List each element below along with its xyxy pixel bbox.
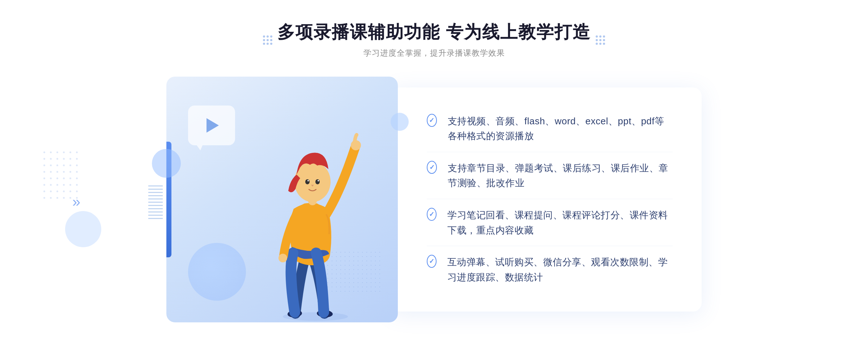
deco-circle-large xyxy=(188,243,246,301)
features-card: 支持视频、音频、flash、word、excel、ppt、pdf等各种格式的资源… xyxy=(391,87,702,312)
header-section: 多项录播课辅助功能 专为线上教学打造 学习进度全掌握，提升录播课教学效果 xyxy=(277,22,590,59)
svg-point-8 xyxy=(315,179,320,184)
check-icon-4 xyxy=(427,255,437,268)
check-icon-3 xyxy=(427,208,437,221)
play-icon xyxy=(207,118,219,133)
check-icon-2 xyxy=(427,161,437,174)
float-circle-decoration xyxy=(65,211,101,247)
left-chevrons-decoration: » xyxy=(72,194,80,210)
svg-point-9 xyxy=(307,180,309,181)
check-icon-1 xyxy=(427,114,437,127)
sub-title: 学习进度全掌握，提升录播课教学效果 xyxy=(277,48,590,59)
header-dots-right xyxy=(596,35,605,45)
main-content: 支持视频、音频、flash、word、excel、ppt、pdf等各种格式的资源… xyxy=(145,77,723,322)
feature-text-4: 互动弹幕、试听购买、微信分享、观看次数限制、学习进度跟踪、数据统计 xyxy=(447,255,673,285)
svg-point-4 xyxy=(278,254,287,262)
page-wrapper: » 多项录播课辅助功能 专为线上教学打造 学习进度全掌握，提升录播课教学效果 xyxy=(0,0,868,352)
illustration-card xyxy=(166,77,398,322)
feature-text-3: 学习笔记回看、课程提问、课程评论打分、课件资料下载，重点内容收藏 xyxy=(447,208,673,238)
feature-item-2: 支持章节目录、弹题考试、课后练习、课后作业、章节测验、批改作业 xyxy=(427,153,673,199)
feature-item-3: 学习笔记回看、课程提问、课程评论打分、课件资料下载，重点内容收藏 xyxy=(427,200,673,246)
striped-decoration xyxy=(148,185,163,221)
feature-item-1: 支持视频、音频、flash、word、excel、ppt、pdf等各种格式的资源… xyxy=(427,106,673,152)
deco-circle-small xyxy=(152,149,181,178)
person-illustration xyxy=(258,119,380,322)
deco-circle-tiny xyxy=(391,113,409,131)
main-title: 多项录播课辅助功能 专为线上教学打造 xyxy=(277,22,590,43)
feature-item-4: 互动弹幕、试听购买、微信分享、观看次数限制、学习进度跟踪、数据统计 xyxy=(427,247,673,293)
play-bubble xyxy=(188,106,235,145)
bg-dots-left xyxy=(43,151,80,201)
feature-text-1: 支持视频、音频、flash、word、excel、ppt、pdf等各种格式的资源… xyxy=(448,114,673,144)
svg-point-10 xyxy=(318,180,319,181)
feature-text-2: 支持章节目录、弹题考试、课后练习、课后作业、章节测验、批改作业 xyxy=(448,161,673,191)
svg-point-7 xyxy=(305,179,310,184)
header-dots-left xyxy=(263,35,272,45)
